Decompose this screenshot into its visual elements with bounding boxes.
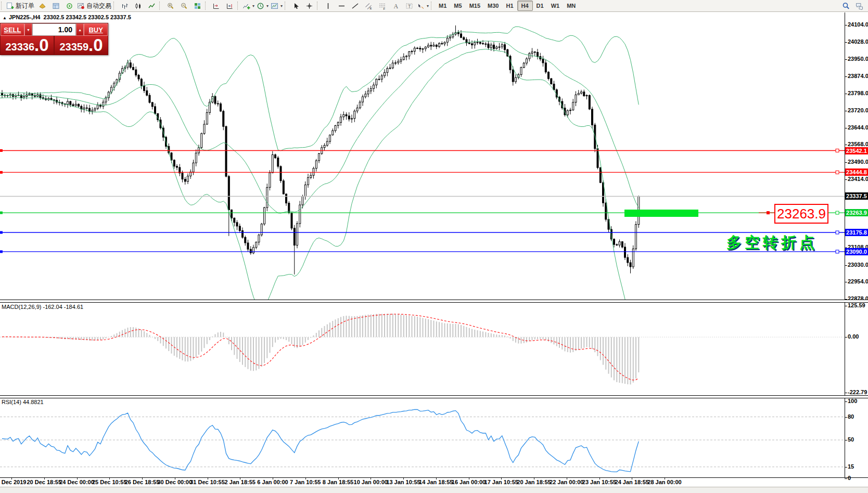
rsi-tick-label: 15 (848, 463, 854, 470)
time-tick-label: 24 Jan 18:55 (615, 479, 649, 485)
time-tick (436, 477, 437, 479)
crosshair-button[interactable] (302, 1, 316, 11)
text-button[interactable]: A (389, 1, 402, 11)
volume-up-button[interactable]: ▲ (76, 23, 84, 36)
chart-shift-button[interactable] (223, 1, 236, 11)
volume-down-button[interactable]: ▼ (24, 23, 32, 36)
toolbar-grip (205, 2, 208, 10)
sell-button[interactable]: SELL (1, 23, 24, 36)
tf-d1[interactable]: D1 (533, 1, 547, 10)
price-tick-label: 24104.0 (848, 21, 868, 28)
fibonacci-icon: F (378, 2, 386, 10)
tf-m5[interactable]: M5 (450, 1, 465, 10)
market-watch-button[interactable] (49, 1, 62, 11)
buy-button[interactable]: BUY (84, 23, 108, 36)
templates-button[interactable]: ▾ (270, 1, 284, 11)
toolbar-grip (237, 2, 240, 10)
time-tick (109, 477, 110, 479)
tf-h1[interactable]: H1 (502, 1, 517, 10)
vertical-line-button[interactable] (321, 1, 335, 11)
horizontal-line-button[interactable] (335, 1, 348, 11)
price-badge: 23337.5 (845, 192, 868, 200)
time-tick (305, 477, 306, 479)
indicators-icon (242, 2, 250, 10)
signals-button[interactable] (62, 1, 76, 11)
tf-h4[interactable]: H4 (517, 1, 533, 11)
highlight-rectangle[interactable] (624, 210, 698, 217)
rsi-splitter[interactable] (0, 395, 868, 398)
tf-m5-label: M5 (454, 3, 462, 9)
templates-icon (271, 2, 278, 10)
tf-m15[interactable]: M15 (466, 1, 484, 10)
trendline-button[interactable] (348, 1, 362, 11)
cursor-button[interactable] (289, 1, 302, 11)
trendline-icon (351, 2, 359, 10)
tf-w1-label: W1 (551, 3, 560, 9)
favorites-button[interactable] (35, 1, 49, 11)
tf-h4-label: H4 (521, 3, 529, 9)
text-label-button[interactable]: T (402, 1, 416, 11)
toolbar-grip (317, 2, 320, 10)
tf-m1-label: M1 (439, 3, 446, 9)
tf-mn[interactable]: MN (563, 1, 579, 10)
sell-price[interactable]: 23336.0 (1, 36, 54, 55)
macd-splitter[interactable] (0, 300, 868, 303)
volume-input[interactable] (32, 23, 76, 36)
rsi-tick (845, 417, 847, 418)
time-tick (599, 477, 600, 479)
auto-scroll-button[interactable] (209, 1, 223, 11)
tf-w1[interactable]: W1 (547, 1, 564, 10)
time-tick (11, 477, 12, 479)
price-tick (845, 128, 847, 128)
chat-button[interactable] (852, 1, 866, 11)
chevron-down-icon[interactable]: ▾ (252, 4, 254, 8)
svg-text:A: A (393, 3, 398, 10)
tf-m30-label: M30 (488, 3, 499, 9)
price-tick-label: 23720.0 (848, 107, 868, 113)
tf-d1-label: D1 (537, 3, 544, 9)
indicators-button[interactable]: ▾ (241, 1, 256, 11)
equidistant-channel-button[interactable]: E (362, 1, 375, 11)
annotation-text[interactable]: 多空转折点 (726, 232, 818, 253)
fibonacci-button[interactable]: F (375, 1, 389, 11)
rsi-label: RSI(14) 44.8821 (2, 399, 44, 405)
price-callout[interactable]: 23263.9 (774, 204, 828, 224)
toolbar-grip (1, 2, 4, 10)
one-click-trading-panel: SELL ▼ ▲ BUY 23336.0 23359.0 (0, 23, 108, 55)
svg-text:F: F (383, 7, 385, 10)
price-badge: 23175.8 (845, 229, 868, 236)
autotrading-button-label: 自动交易 (86, 2, 111, 10)
chevron-down-icon[interactable]: ▾ (427, 4, 429, 8)
chevron-down-icon[interactable]: ▾ (280, 4, 283, 8)
zoom-out-button[interactable] (177, 1, 190, 11)
time-tick (338, 477, 339, 479)
status-strip (0, 487, 868, 493)
new-order-icon (6, 2, 14, 10)
periods-button[interactable]: ▾ (256, 1, 270, 11)
candlestick-chart-button[interactable] (131, 1, 145, 11)
bar-chart-button[interactable] (118, 1, 131, 11)
line-chart-button[interactable] (145, 1, 158, 11)
chevron-down-icon[interactable]: ▾ (266, 4, 269, 8)
tf-mn-label: MN (567, 3, 576, 9)
arrow-tools-button[interactable]: ▾ (416, 1, 430, 11)
search-button[interactable] (839, 1, 852, 11)
price-tick (845, 265, 847, 266)
autotrading-button[interactable]: 自动交易 (76, 1, 112, 11)
window-collapse-icon[interactable]: ▲ (3, 16, 7, 20)
buy-price[interactable]: 23359.0 (55, 36, 108, 55)
zoom-in-button[interactable] (163, 1, 177, 11)
new-order-button[interactable]: 新订单 (5, 1, 35, 11)
time-tick-label: 10 Jan 00:00 (354, 479, 388, 485)
chart-title: ▲JPN225-,H4 23302.5 23342.5 23302.5 2333… (3, 14, 131, 20)
time-tick-label: 22 Jan 00:00 (550, 479, 583, 485)
price-tick (845, 179, 847, 180)
time-tick (175, 477, 175, 479)
tf-m1[interactable]: M1 (435, 1, 450, 10)
price-tick-label: 23798.0 (848, 90, 868, 96)
time-tick-label: 20 Dec 18:55 (27, 479, 61, 485)
tile-windows-button[interactable] (190, 1, 204, 11)
time-tick (240, 477, 240, 479)
price-tick-label: 24028.0 (848, 38, 868, 45)
tf-m30[interactable]: M30 (484, 1, 502, 10)
